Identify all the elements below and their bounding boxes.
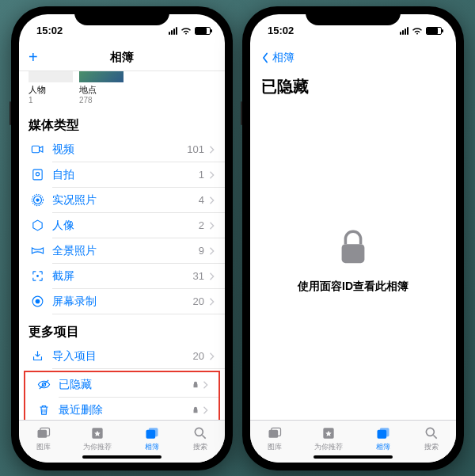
- page-title: 已隐藏: [250, 71, 456, 104]
- svg-point-8: [35, 299, 40, 304]
- row-selfie[interactable]: 自拍 1: [19, 162, 225, 188]
- row-hidden-label: 已隐藏: [59, 378, 92, 392]
- row-selfie-label: 自拍: [52, 168, 74, 182]
- row-live-label: 实况照片: [52, 193, 97, 208]
- battery-icon: [195, 27, 211, 35]
- library-icon: [35, 425, 52, 441]
- tab-library[interactable]: 图库: [266, 425, 283, 452]
- add-button[interactable]: +: [28, 48, 38, 67]
- lock-icon: [192, 378, 200, 392]
- thumb-places[interactable]: 地点 278: [79, 71, 124, 105]
- tab-foryou-label: 为你推荐: [314, 442, 343, 452]
- screenshot-icon: [28, 269, 46, 283]
- home-indicator[interactable]: [82, 455, 162, 459]
- chevron-right-icon: [209, 349, 215, 364]
- portrait-icon: [28, 219, 46, 232]
- chevron-right-icon: [209, 295, 215, 309]
- thumbs-row: 人物 1 地点 278: [19, 71, 225, 108]
- chevron-right-icon: [203, 378, 209, 392]
- svg-point-2: [36, 173, 39, 176]
- row-video[interactable]: 视频 101: [19, 137, 225, 162]
- tab-search[interactable]: 搜索: [192, 425, 209, 452]
- thumb-places-image: [79, 71, 124, 82]
- library-icon: [266, 425, 283, 441]
- chevron-right-icon: [209, 244, 215, 258]
- tab-search-label: 搜索: [193, 442, 207, 452]
- row-record-label: 屏幕录制: [52, 295, 97, 309]
- thumb-places-label: 地点: [79, 84, 124, 96]
- status-right: [169, 27, 211, 35]
- media-types-header: 媒体类型: [19, 108, 225, 137]
- tab-search-label: 搜索: [424, 442, 439, 452]
- notch: [74, 6, 169, 25]
- chevron-right-icon: [209, 269, 215, 284]
- chevron-left-icon: [260, 52, 271, 63]
- home-indicator[interactable]: [314, 455, 393, 459]
- phone-left: 15:02 + 相簿 人物 1 地点 278: [11, 6, 233, 470]
- thumb-people[interactable]: 人物 1: [28, 71, 73, 105]
- highlight-box: 已隐藏 最近删除: [24, 371, 220, 420]
- row-record-count: 20: [193, 295, 204, 307]
- row-portrait-label: 人像: [52, 219, 74, 233]
- tab-foryou[interactable]: 为你推荐: [314, 425, 343, 452]
- status-time: 15:02: [36, 25, 63, 36]
- row-deleted[interactable]: 最近删除: [25, 398, 218, 420]
- row-portrait-count: 2: [199, 219, 204, 231]
- media-types-list: 视频 101 自拍 1 实况照片 4: [19, 137, 225, 314]
- row-pano-count: 9: [199, 245, 204, 257]
- svg-rect-10: [37, 430, 47, 438]
- row-screenshot-label: 截屏: [52, 269, 74, 284]
- row-pano-label: 全景照片: [52, 244, 97, 258]
- tab-search[interactable]: 搜索: [423, 425, 440, 452]
- screen-left: 15:02 + 相簿 人物 1 地点 278: [19, 14, 225, 463]
- tab-foryou[interactable]: 为你推荐: [83, 425, 112, 452]
- tab-library-label: 图库: [268, 442, 282, 452]
- row-video-count: 101: [187, 143, 204, 155]
- row-import[interactable]: 导入项目 20: [19, 344, 225, 369]
- row-hidden[interactable]: 已隐藏: [25, 372, 218, 398]
- phone-right: 15:02 相簿 已隐藏 使用面容ID查看此相簿 图库: [242, 6, 464, 470]
- row-screenshot[interactable]: 截屏 31: [19, 264, 225, 289]
- tab-library[interactable]: 图库: [35, 425, 52, 452]
- albums-icon: [143, 425, 161, 441]
- svg-rect-14: [149, 428, 158, 436]
- svg-point-22: [427, 428, 435, 436]
- tab-albums-label: 相簿: [145, 442, 159, 452]
- signal-icon: [169, 27, 177, 35]
- tab-foryou-label: 为你推荐: [83, 442, 112, 452]
- row-live[interactable]: 实况照片 4: [19, 188, 225, 213]
- tab-albums[interactable]: 相簿: [143, 425, 161, 452]
- chevron-right-icon: [209, 168, 215, 182]
- lock-icon: [192, 403, 200, 417]
- svg-point-3: [36, 198, 39, 201]
- battery-icon: [426, 27, 442, 35]
- row-deleted-label: 最近删除: [59, 403, 103, 417]
- wifi-icon: [180, 27, 192, 35]
- screen-record-icon: [28, 295, 46, 308]
- signal-icon: [400, 27, 408, 35]
- screen-right: 15:02 相簿 已隐藏 使用面容ID查看此相簿 图库: [250, 14, 456, 463]
- back-button[interactable]: 相簿: [260, 51, 294, 65]
- row-record[interactable]: 屏幕录制 20: [19, 289, 225, 314]
- svg-rect-1: [32, 169, 41, 180]
- hidden-icon: [35, 378, 52, 391]
- thumb-people-image: [28, 71, 73, 82]
- row-live-count: 4: [199, 194, 204, 206]
- foryou-icon: [320, 425, 337, 441]
- row-screenshot-count: 31: [193, 270, 204, 282]
- content-left[interactable]: 人物 1 地点 278 媒体类型 视频 101: [19, 71, 225, 420]
- tab-albums[interactable]: 相簿: [374, 425, 392, 452]
- chevron-right-icon: [209, 193, 215, 208]
- row-portrait[interactable]: 人像 2: [19, 213, 225, 238]
- thumb-people-count: 1: [28, 96, 73, 105]
- svg-rect-21: [380, 428, 390, 436]
- more-header: 更多项目: [19, 314, 225, 344]
- svg-rect-0: [32, 146, 39, 153]
- thumb-places-count: 278: [79, 96, 124, 105]
- back-label: 相簿: [272, 51, 294, 65]
- svg-rect-16: [342, 244, 365, 263]
- row-pano[interactable]: 全景照片 9: [19, 238, 225, 264]
- import-icon: [28, 349, 46, 363]
- nav-bar: 相簿: [250, 44, 456, 71]
- selfie-icon: [28, 168, 46, 181]
